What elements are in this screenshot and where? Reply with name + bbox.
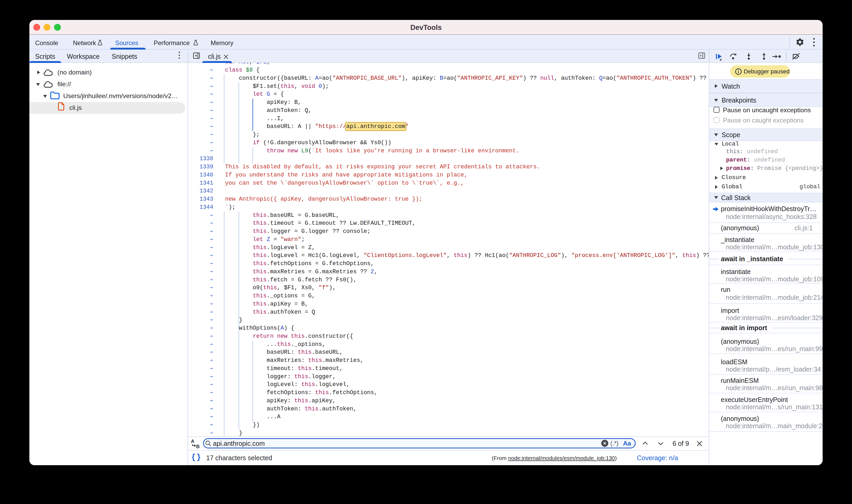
svg-text:B: B bbox=[196, 444, 200, 449]
svg-text:A: A bbox=[191, 438, 194, 444]
